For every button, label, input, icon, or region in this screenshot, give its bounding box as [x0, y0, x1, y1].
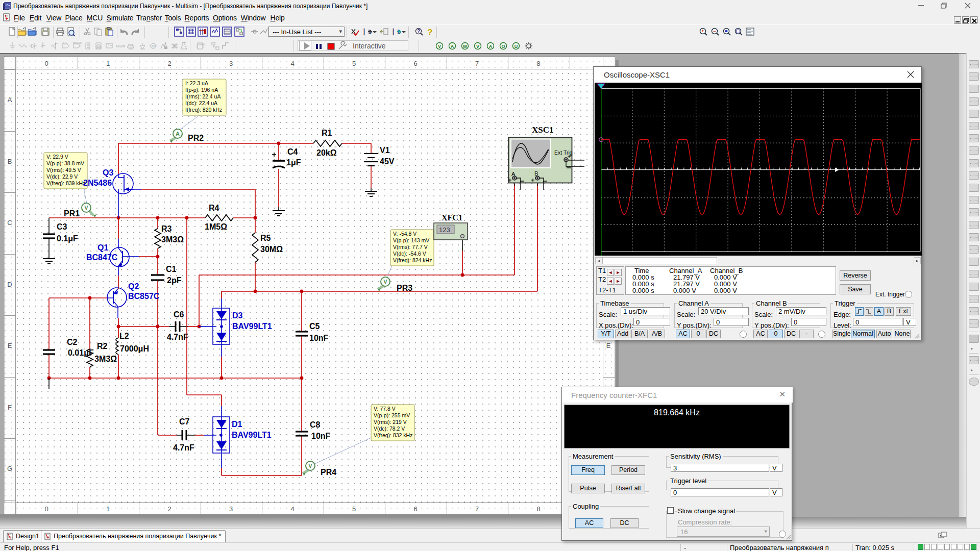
svg-text:R1: R1	[322, 129, 332, 137]
svg-text:Q3: Q3	[103, 168, 113, 177]
svg-text:AV: AV	[97, 46, 101, 49]
svg-text:?: ?	[417, 29, 420, 34]
svg-text:V(dc): -54.6 V: V(dc): -54.6 V	[393, 251, 426, 257]
svg-text:PR2: PR2	[188, 134, 204, 142]
svg-text:C8: C8	[310, 420, 321, 429]
svg-text:R3: R3	[161, 224, 172, 233]
svg-text:B: B	[534, 170, 538, 177]
svg-text:A: A	[489, 44, 493, 49]
svg-text:D3: D3	[232, 311, 243, 320]
svg-text:V(freq): 839 kHz: V(freq): 839 kHz	[46, 180, 85, 186]
svg-text:1M5Ω: 1M5Ω	[205, 222, 227, 231]
svg-text:▢: ▢	[736, 29, 741, 34]
svg-text:V(dc): 78.2 V: V(dc): 78.2 V	[374, 425, 405, 432]
svg-text:O: O	[501, 44, 505, 49]
svg-text:4.7nF: 4.7nF	[173, 443, 194, 452]
svg-text:PR1: PR1	[64, 209, 80, 218]
svg-text:V(dc): 22.9 V: V(dc): 22.9 V	[46, 173, 78, 180]
svg-text:V: V	[383, 279, 387, 285]
svg-text:=: =	[725, 29, 727, 34]
svg-text:3M3Ω: 3M3Ω	[94, 355, 117, 363]
svg-text:Q2: Q2	[128, 282, 139, 291]
svg-text:C1: C1	[166, 265, 177, 273]
svg-text:10nF: 10nF	[311, 432, 331, 440]
svg-text:V: 77.8 V: V: 77.8 V	[374, 406, 396, 412]
svg-text:M#b2b2b2U: M#b2b2b2U	[199, 43, 206, 46]
svg-text:V(rms): 219 V: V(rms): 219 V	[374, 419, 407, 425]
svg-text:+: +	[701, 29, 704, 34]
svg-text:Ext Trig: Ext Trig	[554, 149, 573, 156]
svg-text:3M3Ω: 3M3Ω	[161, 235, 184, 244]
svg-text:45V: 45V	[380, 157, 395, 166]
svg-text:123: 123	[439, 226, 450, 234]
svg-text:A: A	[451, 44, 454, 49]
svg-text:2N5486: 2N5486	[83, 179, 112, 187]
svg-text:PR3: PR3	[397, 284, 412, 292]
svg-text:0.1μF: 0.1μF	[57, 234, 78, 243]
svg-text:#b2b2b2MOS: #b2b2b2MOS	[73, 41, 82, 44]
svg-text:C4: C4	[287, 147, 298, 156]
svg-text:20kΩ: 20kΩ	[316, 148, 337, 157]
svg-text:R5: R5	[260, 234, 271, 242]
svg-text:10nF: 10nF	[309, 334, 329, 342]
svg-text:V1: V1	[380, 146, 390, 155]
svg-text:V(freq): 824 kHz: V(freq): 824 kHz	[393, 257, 432, 263]
svg-text:V(rms): 77.7 V: V(rms): 77.7 V	[393, 244, 428, 250]
svg-text:4.7nF: 4.7nF	[167, 333, 188, 341]
svg-text:M: M	[152, 44, 155, 48]
svg-text:V: V	[308, 463, 312, 469]
svg-text:R4: R4	[209, 204, 219, 212]
svg-text:I(rms): 22.4 uA: I(rms): 22.4 uA	[185, 93, 220, 99]
svg-text:D1: D1	[232, 420, 242, 429]
svg-text:V(p-p): 143 mV: V(p-p): 143 mV	[393, 237, 429, 243]
svg-text:V(p-p): 255 mV: V(p-p): 255 mV	[374, 412, 410, 418]
svg-text:C7: C7	[179, 417, 190, 426]
svg-text:V: V	[476, 44, 479, 49]
svg-text:V(rms): 49.5 V: V(rms): 49.5 V	[46, 167, 81, 173]
svg-text:BAV99LT1: BAV99LT1	[232, 431, 272, 439]
svg-text:BC857C: BC857C	[128, 292, 160, 300]
svg-text:W: W	[463, 44, 468, 49]
svg-text:A: A	[176, 131, 180, 137]
svg-text:L2: L2	[119, 332, 129, 340]
svg-text:TTL: TTL	[63, 41, 67, 44]
svg-text:?: ?	[427, 28, 432, 37]
svg-text:V: 22.9 V: V: 22.9 V	[46, 154, 68, 160]
svg-text:I(dc): 22.4 uA: I(dc): 22.4 uA	[185, 100, 217, 106]
svg-text:U: U	[514, 44, 518, 49]
svg-text:0.01μF: 0.01μF	[68, 348, 94, 357]
svg-text:I(p-p): 196 nA: I(p-p): 196 nA	[185, 87, 218, 93]
svg-text:7000μH: 7000μH	[120, 344, 149, 353]
svg-text:Q1: Q1	[97, 243, 108, 252]
svg-text:V: V	[438, 44, 441, 49]
svg-text:V: V	[84, 205, 88, 211]
svg-text:C6: C6	[174, 310, 184, 319]
svg-text:C5: C5	[309, 322, 320, 331]
svg-text:30MΩ: 30MΩ	[260, 245, 283, 254]
svg-text:XFC1: XFC1	[442, 213, 462, 222]
svg-text:2pF: 2pF	[167, 276, 182, 285]
svg-text:−: −	[713, 29, 716, 34]
svg-text:C3: C3	[57, 222, 67, 231]
svg-text:V(freq): 832 kHz: V(freq): 832 kHz	[374, 432, 412, 438]
svg-text:MIS#b2b2b2: MIS#b2b2b2	[116, 44, 125, 48]
svg-text:V: -54.8 V: V: -54.8 V	[393, 231, 416, 237]
svg-text:1μF: 1μF	[286, 158, 301, 167]
svg-text:V(p-p): 38.8 mV: V(p-p): 38.8 mV	[46, 160, 84, 166]
svg-text:PR4: PR4	[321, 468, 336, 477]
svg-text:C2: C2	[67, 338, 78, 346]
svg-text:I: 22.3 uA: I: 22.3 uA	[185, 80, 208, 86]
svg-text:I(freq): 820 kHz: I(freq): 820 kHz	[185, 107, 222, 113]
svg-text:BAV99LT1: BAV99LT1	[232, 322, 272, 331]
svg-text:R2: R2	[97, 342, 108, 350]
svg-text:XSC1: XSC1	[532, 125, 554, 135]
svg-text:BC847C: BC847C	[86, 253, 118, 262]
